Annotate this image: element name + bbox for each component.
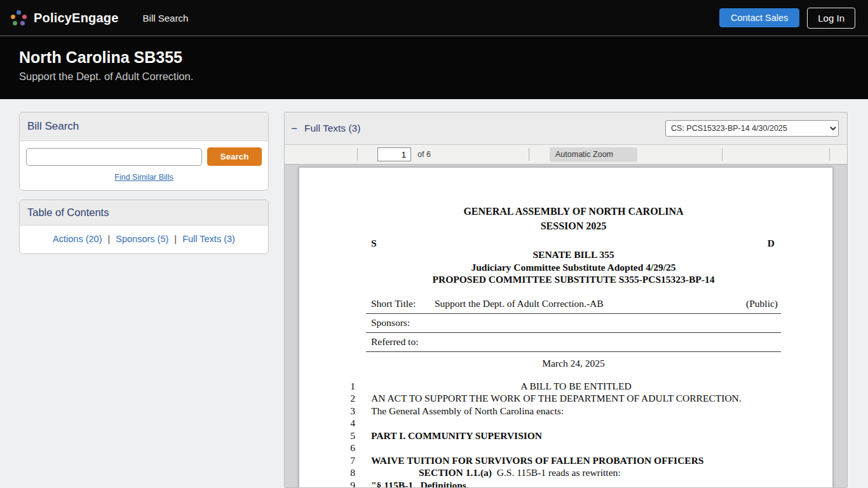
sponsors-label: Sponsors: — [371, 316, 435, 329]
full-texts-header: − Full Texts (3) CS: PCS15323-BP-14 4/30… — [285, 112, 847, 145]
doc-date: March 24, 2025 — [366, 358, 781, 369]
line-number: 1 — [299, 380, 355, 393]
doc-line: 8SECTION 1.1.(a) G.S. 115B-1 reads as re… — [299, 466, 832, 479]
full-texts-title: Full Texts (3) — [304, 123, 360, 134]
page-subtitle: Support the Dept. of Adult Correction. — [19, 71, 849, 83]
log-in-button[interactable]: Log In — [807, 8, 855, 29]
doc-line: 3The General Assembly of North Carolina … — [299, 405, 832, 417]
navbar-actions: Contact Sales Log In — [719, 8, 855, 29]
toolbar-separator — [829, 148, 830, 161]
navbar: PolicyEngage Bill Search Contact Sales L… — [0, 0, 868, 36]
doc-chamber-row: S D — [366, 238, 781, 248]
doc-chamber-house: D — [768, 238, 775, 248]
version-select[interactable]: CS: PCS15323-BP-14 4/30/2025 — [665, 120, 839, 137]
page-number-input[interactable] — [377, 147, 411, 161]
doc-bill-subtitle-1: Judiciary Committee Substitute Adopted 4… — [366, 261, 781, 274]
brand-name: PolicyEngage — [34, 11, 119, 25]
line-text: PART I. COMMUNITY SUPERVISION — [371, 430, 781, 442]
referred-label: Referred to: — [371, 336, 435, 348]
table-of-contents-panel: Table of Contents Actions (20) | Sponsor… — [19, 200, 269, 254]
public-label: (Public) — [746, 297, 778, 310]
line-text: WAIVE TUITION FOR SURVIVORS OF FALLEN PR… — [371, 454, 781, 467]
doc-bill-number: SENATE BILL 355 — [366, 248, 781, 261]
line-number: 3 — [299, 405, 355, 417]
collapse-icon[interactable]: − — [291, 123, 297, 134]
pdf-toolbar: of 6 Automatic Zoom — [285, 145, 847, 165]
toc-link-actions[interactable]: Actions (20) — [53, 234, 102, 244]
zoom-select[interactable]: Automatic Zoom — [550, 147, 637, 162]
toolbar-separator — [357, 148, 358, 161]
search-input[interactable] — [26, 148, 202, 166]
doc-chamber-senate: S — [371, 238, 377, 248]
logo-dot — [13, 21, 17, 25]
doc-line: 5PART I. COMMUNITY SUPERVISION — [299, 430, 832, 442]
pdf-viewer[interactable]: GENERAL ASSEMBLY OF NORTH CAROLINA SESSI… — [285, 165, 847, 488]
full-texts-header-left: − Full Texts (3) — [291, 123, 360, 134]
line-number: 6 — [299, 442, 355, 454]
full-texts-panel: − Full Texts (3) CS: PCS15323-BP-14 4/30… — [284, 112, 848, 488]
toc-link-full-texts[interactable]: Full Texts (3) — [182, 234, 235, 244]
page-count-label: of 6 — [417, 150, 431, 159]
find-similar-bills-link[interactable]: Find Similar Bills — [114, 173, 173, 182]
bill-search-panel-header: Bill Search — [20, 112, 268, 141]
doc-line: 2AN ACT TO SUPPORT THE WORK OF THE DEPAR… — [299, 392, 832, 405]
toolbar-separator — [529, 148, 529, 161]
line-number: 8 — [299, 466, 355, 479]
logo-dot — [17, 10, 21, 15]
bill-search-panel: Bill Search Search Find Similar Bills — [19, 112, 269, 191]
doc-heading-assembly: GENERAL ASSEMBLY OF NORTH CAROLINA — [366, 204, 781, 219]
doc-line: 7WAIVE TUITION FOR SURVIVORS OF FALLEN P… — [299, 454, 832, 467]
line-number: 7 — [299, 454, 355, 467]
doc-lines: 1A BILL TO BE ENTITLED2AN ACT TO SUPPORT… — [299, 380, 832, 488]
line-number: 5 — [299, 430, 355, 442]
page-title: North Carolina SB355 — [19, 48, 849, 66]
doc-bill-subtitle-2: PROPOSED COMMITTEE SUBSTITUTE S355-PCS15… — [366, 273, 781, 286]
line-text: The General Assembly of North Carolina e… — [371, 405, 781, 417]
toc-links: Actions (20) | Sponsors (5) | Full Texts… — [20, 226, 268, 254]
content-area: Bill Search Search Find Similar Bills Ta… — [0, 99, 868, 488]
short-title-label: Short Title: — [371, 297, 435, 310]
line-text: AN ACT TO SUPPORT THE WORK OF THE DEPART… — [371, 392, 781, 405]
find-similar-row: Find Similar Bills — [20, 166, 268, 190]
sidebar: Bill Search Search Find Similar Bills Ta… — [19, 112, 269, 254]
toc-panel-header: Table of Contents — [20, 200, 268, 226]
search-button[interactable]: Search — [207, 147, 262, 166]
line-text: A BILL TO BE ENTITLED — [371, 380, 781, 393]
doc-referred-row: Referred to: — [366, 333, 781, 352]
brand[interactable]: PolicyEngage — [10, 9, 119, 27]
doc-line: 6 — [299, 442, 832, 454]
toolbar-separator — [722, 148, 722, 161]
contact-sales-button[interactable]: Contact Sales — [719, 8, 799, 27]
bill-search-body: Search — [20, 141, 268, 166]
logo-dot — [11, 15, 15, 19]
short-title-value: Support the Dept. of Adult Correction.-A… — [435, 297, 604, 310]
line-number: 4 — [299, 417, 355, 430]
pdf-page: GENERAL ASSEMBLY OF NORTH CAROLINA SESSI… — [299, 167, 833, 488]
line-text: SECTION 1.1.(a) G.S. 115B-1 reads as rew… — [371, 466, 781, 479]
doc-sponsors-row: Sponsors: — [366, 314, 781, 333]
line-text: "§ 115B-1. Definitions. — [371, 479, 781, 488]
doc-info-table: Short Title: Support the Dept. of Adult … — [366, 295, 781, 352]
toc-separator: | — [108, 234, 111, 244]
doc-heading-session: SESSION 2025 — [366, 219, 781, 233]
logo-dot — [20, 21, 25, 25]
doc-line: 1A BILL TO BE ENTITLED — [299, 380, 832, 393]
nav-item-bill-search[interactable]: Bill Search — [143, 13, 189, 24]
toc-link-sponsors[interactable]: Sponsors (5) — [116, 234, 168, 244]
toc-separator: | — [174, 234, 177, 244]
logo-dots-icon — [10, 9, 27, 27]
doc-line: 4 — [299, 417, 832, 430]
line-text — [371, 417, 781, 430]
line-number: 9 — [299, 479, 355, 488]
line-text — [371, 442, 781, 454]
line-number: 2 — [299, 392, 355, 405]
logo-dot — [22, 15, 27, 19]
doc-short-title-row: Short Title: Support the Dept. of Adult … — [366, 295, 781, 314]
page-header: North Carolina SB355 Support the Dept. o… — [0, 36, 868, 99]
doc-line: 9"§ 115B-1. Definitions. — [299, 479, 832, 488]
toc-title: Table of Contents — [27, 207, 109, 218]
bill-search-title: Bill Search — [27, 120, 79, 132]
